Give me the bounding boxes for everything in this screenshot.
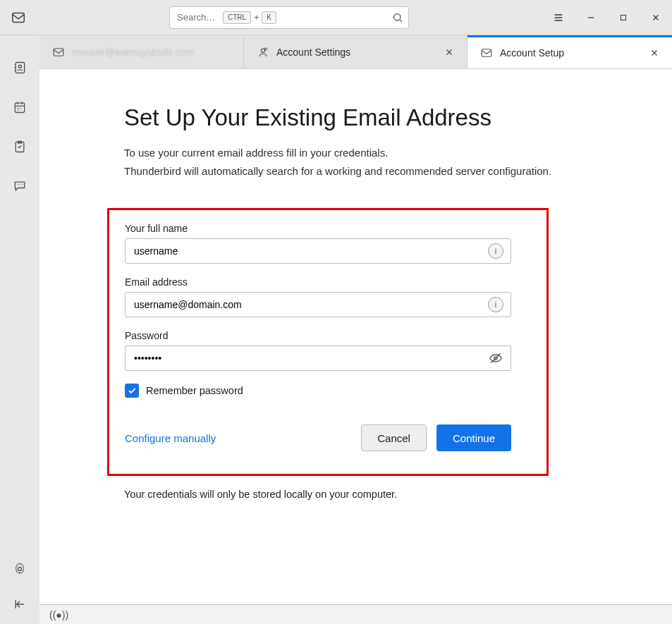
maximize-button[interactable] xyxy=(607,0,640,35)
sidebar-settings-icon[interactable] xyxy=(7,556,32,582)
search-icon[interactable] xyxy=(392,12,403,23)
svg-point-7 xyxy=(18,568,22,571)
content-area: mouser@teamsystools.com Account Settings xyxy=(39,35,672,624)
remember-label: Remember password xyxy=(146,385,243,396)
search-shortcut: CTRL + K xyxy=(223,11,276,24)
search-input[interactable] xyxy=(169,6,409,29)
show-password-icon[interactable] xyxy=(488,350,503,366)
broadcast-icon: ((●)) xyxy=(49,609,68,620)
credentials-form-highlight: Your full name i Email address i xyxy=(107,208,549,476)
tab-strip: mouser@teamsystools.com Account Settings xyxy=(39,35,672,69)
minimize-button[interactable] xyxy=(575,0,607,35)
password-input[interactable] xyxy=(125,345,511,371)
spaces-toolbar xyxy=(0,35,39,624)
svg-rect-8 xyxy=(54,48,63,56)
hamburger-menu-icon[interactable] xyxy=(542,0,575,35)
page-intro: To use your current email address fill i… xyxy=(124,144,632,180)
kbd-k: K xyxy=(262,11,276,24)
credentials-footnote: Your credentials will only be stored loc… xyxy=(124,489,632,500)
email-label: Email address xyxy=(125,276,531,288)
tab-account-settings[interactable]: Account Settings xyxy=(244,35,468,68)
password-label: Password xyxy=(125,330,531,341)
svg-rect-5 xyxy=(15,103,24,112)
cancel-button[interactable]: Cancel xyxy=(361,424,427,451)
info-icon[interactable]: i xyxy=(488,243,503,259)
field-fullname: Your full name i xyxy=(125,223,531,264)
close-window-button[interactable] xyxy=(640,0,672,35)
sidebar-address-book-icon[interactable] xyxy=(7,55,32,80)
fullname-label: Your full name xyxy=(125,223,531,234)
sidebar-calendar-icon[interactable] xyxy=(7,94,32,120)
status-bar: ((●)) xyxy=(39,604,672,624)
close-icon[interactable] xyxy=(649,48,659,58)
window-controls xyxy=(542,0,672,35)
svg-rect-0 xyxy=(13,13,25,22)
email-input[interactable] xyxy=(125,292,511,317)
tab-settings-label: Account Settings xyxy=(276,47,350,58)
close-icon[interactable] xyxy=(444,47,454,57)
intro-line-2: Thunderbird will automatically search fo… xyxy=(124,162,632,181)
field-password: Password xyxy=(125,330,531,371)
mail-icon xyxy=(52,46,65,59)
tab-account-setup[interactable]: Account Setup xyxy=(468,35,672,68)
field-email: Email address i xyxy=(125,276,531,317)
sidebar-collapse-icon[interactable] xyxy=(7,592,32,617)
svg-rect-11 xyxy=(482,49,491,57)
tab-account-mail[interactable]: mouser@teamsystools.com xyxy=(39,35,244,68)
svg-rect-2 xyxy=(621,15,626,20)
remember-password-checkbox[interactable]: Remember password xyxy=(125,384,531,398)
account-setup-page: Set Up Your Existing Email Address To us… xyxy=(39,69,672,604)
svg-point-1 xyxy=(394,13,401,20)
continue-button[interactable]: Continue xyxy=(436,424,511,451)
fullname-input[interactable] xyxy=(125,238,511,264)
svg-point-4 xyxy=(18,65,21,68)
mail-setup-icon xyxy=(480,47,493,59)
sidebar-chat-icon[interactable] xyxy=(7,173,32,199)
page-title: Set Up Your Existing Email Address xyxy=(124,104,632,131)
sidebar-tasks-icon[interactable] xyxy=(7,134,32,159)
svg-point-10 xyxy=(264,48,267,50)
global-search: CTRL + K xyxy=(169,6,409,29)
app-mail-icon xyxy=(8,8,28,27)
title-bar: CTRL + K xyxy=(0,0,672,35)
intro-line-1: To use your current email address fill i… xyxy=(124,144,632,162)
tab-setup-label: Account Setup xyxy=(500,47,564,59)
form-actions: Configure manually Cancel Continue xyxy=(125,424,511,451)
checkbox-checked-icon xyxy=(125,384,139,398)
kbd-ctrl: CTRL xyxy=(223,11,251,24)
info-icon[interactable]: i xyxy=(488,297,503,312)
tab-account-label: mouser@teamsystools.com xyxy=(72,47,194,58)
configure-manually-link[interactable]: Configure manually xyxy=(125,432,216,444)
account-settings-icon xyxy=(257,46,269,59)
